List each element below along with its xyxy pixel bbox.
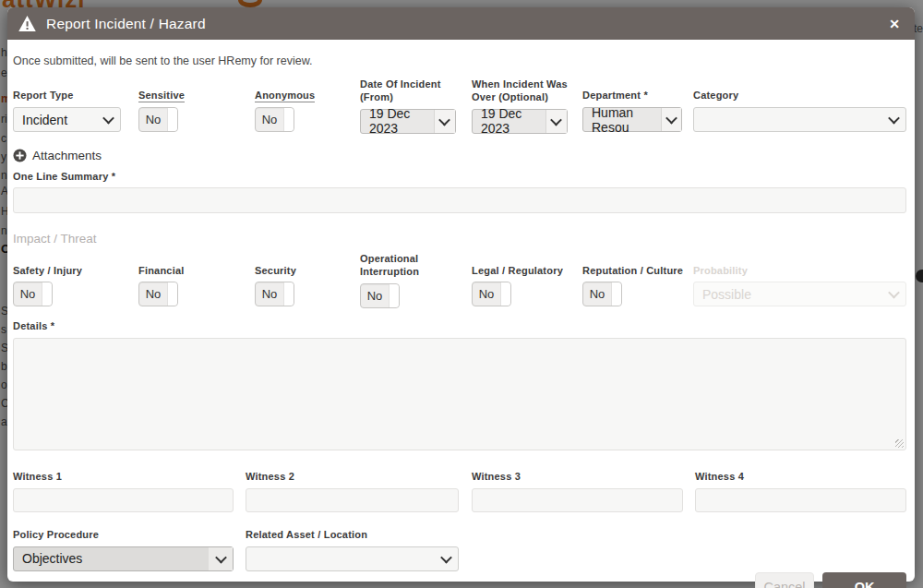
- date-of-incident-select[interactable]: 19 Dec 2023: [360, 109, 456, 134]
- chevron-down-icon: [881, 108, 905, 131]
- field-witness-3: Witness 3: [472, 467, 695, 512]
- toggle-handle: [500, 282, 510, 306]
- field-sensitive: Sensitive No: [138, 78, 255, 134]
- legal-regulatory-label: Legal / Regulatory: [472, 265, 563, 278]
- date-of-incident-value: 19 Dec 2023: [369, 106, 434, 136]
- field-reputation-culture: Reputation / Culture No: [582, 253, 693, 308]
- field-incident-over: When Incident Was Over (Optional) 19 Dec…: [472, 78, 582, 134]
- details-label: Details *: [13, 320, 906, 333]
- one-line-summary-input[interactable]: [13, 187, 906, 213]
- security-label: Security: [255, 265, 296, 278]
- field-probability: Probability Possible: [693, 253, 906, 308]
- witness-3-input[interactable]: [472, 488, 683, 512]
- row-witnesses: Witness 1 Witness 2 Witness 3 Witness 4: [13, 467, 906, 512]
- sensitive-value: No: [139, 108, 167, 131]
- report-incident-modal: Report Incident / Hazard ✕ Once submitte…: [7, 7, 915, 582]
- attachments-button[interactable]: Attachments: [13, 149, 102, 162]
- financial-toggle[interactable]: No: [138, 282, 178, 306]
- sensitive-toggle[interactable]: No: [138, 107, 178, 132]
- policy-procedure-label: Policy Procedure: [13, 529, 99, 540]
- cancel-button[interactable]: Cancel: [755, 572, 814, 588]
- field-related-asset: Related Asset / Location: [246, 525, 906, 571]
- category-label: Category: [693, 90, 738, 102]
- resize-grip-icon[interactable]: [895, 439, 904, 448]
- probability-label: Probability: [693, 265, 748, 278]
- report-type-label: Report Type: [13, 90, 74, 102]
- toggle-handle: [611, 282, 621, 306]
- operational-interruption-toggle[interactable]: No: [360, 283, 400, 308]
- safety-injury-value: No: [14, 282, 42, 306]
- witness-4-input[interactable]: [695, 488, 906, 512]
- ok-button[interactable]: OK: [822, 572, 906, 588]
- field-date-of-incident: Date Of Incident (From) 19 Dec 2023: [360, 78, 472, 134]
- chevron-down-icon: [545, 110, 567, 133]
- field-operational-interruption: Operational Interruption No: [360, 253, 472, 308]
- witness-1-label: Witness 1: [13, 471, 62, 482]
- date-of-incident-label: Date Of Incident (From): [360, 78, 472, 104]
- one-line-summary-label: One Line Summary *: [13, 171, 906, 184]
- row-policy-asset: Policy Procedure Objectives Related Asse…: [13, 525, 906, 571]
- incident-over-label: When Incident Was Over (Optional): [472, 78, 582, 104]
- probability-value: Possible: [702, 287, 751, 302]
- reputation-culture-label: Reputation / Culture: [582, 265, 683, 278]
- report-type-select[interactable]: Incident: [13, 107, 121, 132]
- financial-value: No: [139, 282, 167, 306]
- related-asset-label: Related Asset / Location: [246, 529, 367, 540]
- witness-4-label: Witness 4: [695, 471, 744, 482]
- sensitive-label: Sensitive: [138, 90, 185, 102]
- field-policy-procedure: Policy Procedure Objectives: [13, 525, 246, 571]
- chevron-down-icon: [96, 108, 120, 131]
- incident-over-select[interactable]: 19 Dec 2023: [472, 109, 568, 134]
- chevron-down-icon: [209, 547, 233, 570]
- policy-procedure-select[interactable]: Objectives: [13, 546, 234, 571]
- toggle-handle: [389, 284, 399, 307]
- safety-injury-toggle[interactable]: No: [13, 282, 53, 306]
- toggle-handle: [283, 282, 294, 306]
- department-label: Department *: [582, 90, 648, 102]
- field-witness-1: Witness 1: [13, 467, 246, 512]
- department-select[interactable]: Human Resou: [582, 107, 682, 132]
- toggle-handle: [42, 282, 52, 306]
- field-witness-2: Witness 2: [246, 467, 472, 512]
- toggle-handle: [167, 108, 177, 131]
- security-toggle[interactable]: No: [255, 282, 294, 306]
- field-safety-injury: Safety / Injury No: [13, 253, 138, 308]
- modal-header: Report Incident / Hazard ✕: [7, 7, 915, 40]
- category-select[interactable]: [693, 107, 906, 132]
- field-security: Security No: [255, 253, 360, 308]
- close-icon[interactable]: ✕: [885, 16, 904, 32]
- financial-label: Financial: [138, 265, 184, 278]
- field-anonymous: Anonymous No: [255, 78, 360, 134]
- anonymous-value: No: [256, 108, 283, 131]
- modal-title: Report Incident / Hazard: [46, 16, 206, 32]
- warning-triangle-icon: [18, 16, 36, 31]
- policy-procedure-value: Objectives: [22, 551, 82, 566]
- details-textarea[interactable]: [13, 338, 906, 450]
- anonymous-toggle[interactable]: No: [255, 107, 294, 132]
- intro-text: Once submitted, will be sent to the user…: [13, 54, 906, 67]
- legal-regulatory-value: No: [473, 282, 500, 306]
- field-witness-4: Witness 4: [695, 467, 906, 512]
- chevron-down-icon: [881, 282, 905, 306]
- operational-interruption-value: No: [361, 284, 389, 307]
- witness-2-input[interactable]: [246, 488, 459, 512]
- toggle-handle: [167, 282, 177, 306]
- attachments-label: Attachments: [32, 149, 102, 162]
- reputation-culture-value: No: [583, 282, 611, 306]
- reputation-culture-toggle[interactable]: No: [582, 282, 622, 306]
- modal-footer: Cancel OK: [7, 571, 915, 588]
- chevron-down-icon: [434, 547, 458, 570]
- field-department: Department * Human Resou: [582, 78, 693, 134]
- related-asset-select[interactable]: [246, 546, 459, 571]
- modal-body: Once submitted, will be sent to the user…: [7, 40, 915, 571]
- safety-injury-label: Safety / Injury: [13, 265, 82, 278]
- chevron-down-icon: [661, 108, 681, 131]
- report-type-value: Incident: [22, 113, 67, 127]
- impact-threat-title: Impact / Threat: [13, 232, 906, 246]
- chevron-down-icon: [434, 110, 455, 133]
- legal-regulatory-toggle[interactable]: No: [472, 282, 511, 306]
- probability-select: Possible: [693, 282, 906, 306]
- witness-2-label: Witness 2: [246, 471, 294, 482]
- witness-1-input[interactable]: [13, 488, 234, 512]
- witness-3-label: Witness 3: [472, 471, 521, 482]
